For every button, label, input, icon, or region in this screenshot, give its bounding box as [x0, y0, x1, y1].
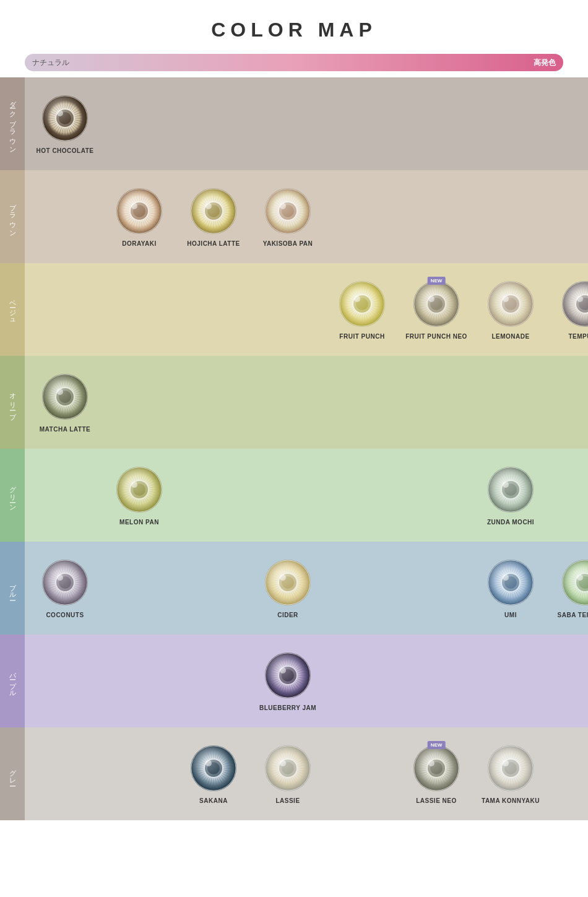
row-brown: ブラウン: [0, 170, 588, 263]
lens-item-sakana: SAKANA: [179, 743, 248, 805]
lens-name-tama-konnyaku: TAMA KONNYAKU: [482, 797, 540, 805]
lens-item-fruit-punch: FRUIT PUNCH: [328, 279, 396, 340]
svg-point-833: [428, 760, 435, 766]
lens-circle-fruit-punch: [337, 279, 387, 329]
lens-circle-umi: [486, 558, 535, 607]
svg-point-173: [280, 203, 286, 209]
gradient-label-right: 高発色: [534, 58, 556, 68]
gradient-bar: ナチュラル 高発色: [25, 54, 563, 71]
lens-circle-sakana: [189, 743, 238, 793]
lens-name-lassie-neo: LASSIE NEO: [416, 797, 457, 805]
row-content-dark-brown: HOT CHOCOLATE: [25, 77, 588, 170]
lens-item-hojicha-latte: HOJICHA LATTE: [179, 186, 248, 248]
lens-name-zunda-mochi: ZUNDA MOCHI: [487, 518, 534, 526]
lens-circle-tama-konnyaku: [486, 743, 535, 793]
svg-point-481: [503, 482, 509, 488]
svg-point-217: [354, 296, 360, 302]
lens-name-tempura: TEMPURA: [569, 332, 588, 340]
row-content-blue: COCONUTS: [25, 542, 588, 635]
svg-point-305: [503, 296, 509, 302]
lens-name-fruit-punch-neo: FRUIT PUNCH NEO: [405, 332, 467, 340]
lens-circle-lemonade: [486, 279, 535, 329]
row-content-green: MELON PAN: [25, 449, 588, 542]
lens-name-coconuts: COCONUTS: [46, 611, 84, 619]
lens-item-lassie: LASSIE: [254, 743, 322, 805]
svg-point-437: [131, 482, 137, 488]
svg-point-701: [280, 667, 286, 674]
lens-item-dorayaki: DORAYAKI: [105, 186, 173, 248]
svg-point-393: [57, 389, 63, 395]
lens-name-cider: CIDER: [277, 611, 298, 619]
lens-name-saba-teishoku: SABA TEISHOKU: [558, 611, 588, 619]
svg-point-41: [57, 110, 63, 116]
row-beige: ベージュ: [0, 263, 588, 356]
gradient-label-left: ナチュラル: [32, 58, 69, 68]
lens-circle-yakisoba-pan: [263, 186, 313, 236]
lens-item-hot-chocolate: HOT CHOCOLATE: [31, 93, 99, 155]
row-label-brown: ブラウン: [0, 170, 25, 263]
row-label-blue: ブルー: [0, 542, 25, 635]
row-label-green: グリーン: [0, 449, 25, 542]
svg-point-656: [563, 560, 588, 605]
new-badge: NEW: [428, 741, 446, 749]
svg-point-129: [205, 203, 212, 209]
svg-point-877: [503, 760, 509, 766]
lens-circle-zunda-mochi: [486, 465, 535, 514]
svg-point-613: [503, 574, 509, 581]
row-green: グリーン: [0, 449, 588, 542]
row-label-olive: オリーブ: [0, 356, 25, 449]
svg-point-569: [280, 574, 286, 581]
svg-point-657: [577, 574, 583, 581]
lens-circle-cider: [263, 558, 313, 607]
lens-item-coconuts: COCONUTS: [31, 558, 99, 619]
lens-name-dorayaki: DORAYAKI: [122, 240, 157, 248]
lens-item-matcha-latte: MATCHA LATTE: [31, 372, 99, 433]
lens-circle-dorayaki: [115, 186, 164, 236]
row-content-olive: MATCHA LATTE: [25, 356, 588, 449]
lens-circle-coconuts: [40, 558, 90, 607]
lens-item-umi: UMI: [477, 558, 545, 619]
lens-circle-hot-chocolate: [40, 93, 90, 143]
row-content-gray: SAKANA: [25, 727, 588, 820]
rows-container: ダークブラウン: [0, 77, 588, 820]
new-badge: NEW: [428, 277, 446, 285]
lens-item-melon-pan: MELON PAN: [105, 465, 173, 526]
lens-item-tama-konnyaku: TAMA KONNYAKU: [477, 743, 545, 805]
lens-name-fruit-punch: FRUIT PUNCH: [339, 332, 384, 340]
lens-item-lassie-neo: NEW: [402, 743, 470, 805]
row-label-beige: ベージュ: [0, 263, 25, 356]
svg-point-745: [205, 760, 212, 766]
row-olive: オリーブ: [0, 356, 588, 449]
lens-item-saba-teishoku: SABA TEISHOKU: [551, 558, 588, 619]
lens-name-matcha-latte: MATCHA LATTE: [40, 425, 90, 433]
lens-name-hot-chocolate: HOT CHOCOLATE: [37, 147, 94, 155]
row-label-gray: グレー: [0, 727, 25, 820]
row-label-dark-brown: ダークブラウン: [0, 77, 25, 170]
row-gray: グレー: [0, 727, 588, 820]
lens-item-zunda-mochi: ZUNDA MOCHI: [477, 465, 545, 526]
svg-point-348: [563, 282, 588, 326]
lens-name-lassie: LASSIE: [275, 797, 300, 805]
page-title: COLOR MAP: [0, 0, 588, 54]
svg-point-261: [428, 296, 435, 302]
lens-circle-melon-pan: [115, 465, 164, 514]
lens-name-umi: UMI: [504, 611, 517, 619]
lens-item-lemonade: LEMONADE: [477, 279, 545, 340]
row-purple: パープル: [0, 635, 588, 727]
svg-point-789: [280, 760, 286, 766]
lens-circle-fruit-punch-neo: [412, 279, 461, 329]
lens-circle-tempura: [560, 279, 588, 329]
lens-name-hojicha-latte: HOJICHA LATTE: [187, 240, 240, 248]
lens-circle-hojicha-latte: [189, 186, 238, 236]
lens-item-fruit-punch-neo: NEW: [402, 279, 470, 340]
lens-name-lemonade: LEMONADE: [491, 332, 529, 340]
svg-point-525: [57, 574, 63, 581]
row-blue: ブルー: [0, 542, 588, 635]
row-content-brown: DORAYAKI: [25, 170, 588, 263]
lens-item-yakisoba-pan: YAKISOBA PAN: [254, 186, 322, 248]
lens-item-cider: CIDER: [254, 558, 322, 619]
lens-item-tempura: TEMPURA: [551, 279, 588, 340]
gradient-bar-container: ナチュラル 高発色: [0, 54, 588, 77]
lens-name-yakisoba-pan: YAKISOBA PAN: [263, 240, 313, 248]
lens-name-sakana: SAKANA: [199, 797, 228, 805]
